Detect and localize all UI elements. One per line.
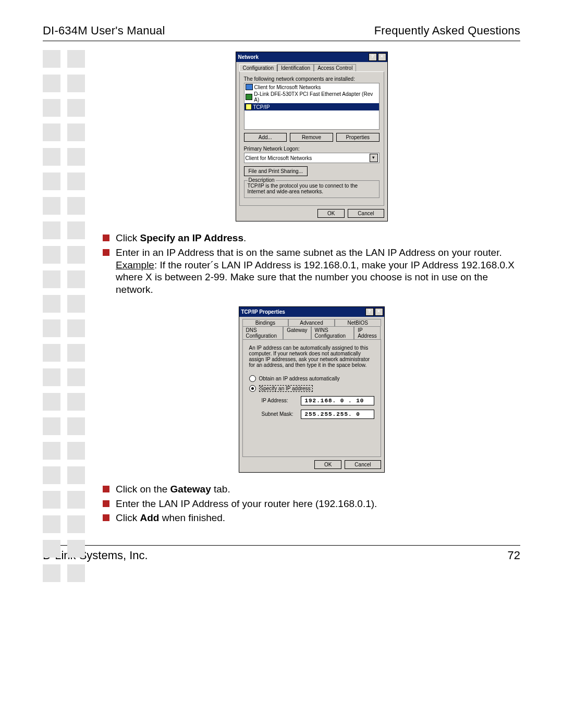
list-item-label: TCP/IP xyxy=(253,104,270,110)
description-group: Description TCP/IP is the protocol you u… xyxy=(244,180,380,198)
tab-configuration[interactable]: Configuration xyxy=(239,64,277,71)
instruction-text: Click Add when finished. xyxy=(116,512,225,524)
primary-logon-label: Primary Network Logon: xyxy=(244,146,380,152)
network-dialog: Network ? × Configuration Identification… xyxy=(236,52,388,221)
instruction-text: Click on the Gateway tab. xyxy=(116,483,230,496)
decorative-squares xyxy=(43,50,85,583)
list-item[interactable]: Client for Microsoft Networks xyxy=(244,83,379,91)
file-print-sharing-button[interactable]: File and Print Sharing... xyxy=(244,166,308,176)
radio-icon xyxy=(249,385,256,392)
properties-button[interactable]: Properties xyxy=(336,133,380,142)
tab-netbios[interactable]: NetBIOS xyxy=(335,319,381,326)
protocol-icon xyxy=(246,104,252,110)
tab-identification[interactable]: Identification xyxy=(277,64,314,71)
tab-bindings[interactable]: Bindings xyxy=(242,319,289,326)
client-icon xyxy=(246,84,253,90)
dropdown-value: Client for Microsoft Networks xyxy=(246,155,312,161)
help-icon[interactable]: ? xyxy=(369,53,377,61)
cancel-button[interactable]: Cancel xyxy=(345,460,381,469)
chevron-down-icon[interactable]: ▾ xyxy=(370,154,378,162)
intro-text: An IP address can be automatically assig… xyxy=(249,345,374,368)
tab-ip-address[interactable]: IP Address xyxy=(354,326,381,339)
ip-address-label: IP Address: xyxy=(262,398,297,403)
primary-logon-dropdown[interactable]: Client for Microsoft Networks ▾ xyxy=(244,153,380,163)
subnet-mask-input[interactable]: 255.255.255. 0 xyxy=(301,410,374,419)
tab-access-control[interactable]: Access Control xyxy=(314,64,356,71)
radio-label: Specify an IP address: xyxy=(259,385,313,392)
bullet-icon xyxy=(103,500,109,507)
bullet-icon xyxy=(103,486,109,492)
close-icon[interactable]: × xyxy=(375,308,383,316)
cancel-button[interactable]: Cancel xyxy=(348,209,384,218)
instruction-list-1: Click Specify an IP Address. Enter in an… xyxy=(103,232,520,296)
header-right: Frequently Asked Questions xyxy=(374,24,520,38)
subnet-mask-label: Subnet Mask: xyxy=(262,411,297,417)
list-item[interactable]: D-Link DFE-530TX PCI Fast Ethernet Adapt… xyxy=(244,91,379,103)
close-icon[interactable]: × xyxy=(378,53,386,61)
radio-specify-ip[interactable]: Specify an IP address: xyxy=(249,385,374,392)
bullet-icon xyxy=(103,249,109,256)
header-left: DI-634M User's Manual xyxy=(43,24,165,38)
radio-label: Obtain an IP address automatically xyxy=(259,376,340,381)
instruction-text: Enter the LAN IP Address of your router … xyxy=(116,498,377,510)
radio-obtain-auto[interactable]: Obtain an IP address automatically xyxy=(249,375,374,382)
ok-button[interactable]: OK xyxy=(317,209,345,218)
remove-button[interactable]: Remove xyxy=(290,133,333,142)
description-text: TCP/IP is the protocol you use to connec… xyxy=(248,183,358,194)
tab-wins-configuration[interactable]: WINS Configuration xyxy=(311,326,354,339)
ok-button[interactable]: OK xyxy=(314,460,341,469)
dialog-title: TCP/IP Properties xyxy=(241,309,285,315)
instruction-text: Enter in an IP Address that is on the sa… xyxy=(116,246,520,296)
tab-advanced[interactable]: Advanced xyxy=(288,319,335,326)
instruction-text: Click Specify an IP Address. xyxy=(116,232,246,244)
group-title: Description xyxy=(248,177,276,183)
instruction-list-2: Click on the Gateway tab. Enter the LAN … xyxy=(103,483,520,524)
help-icon[interactable]: ? xyxy=(365,308,374,316)
page-number: 72 xyxy=(508,549,520,562)
tab-dns-configuration[interactable]: DNS Configuration xyxy=(242,326,284,339)
ip-address-input[interactable]: 192.168. 0 . 10 xyxy=(301,396,374,405)
bullet-icon xyxy=(103,235,109,241)
tcpip-dialog: TCP/IP Properties ? × Bindings Advanced … xyxy=(239,306,385,473)
tab-gateway[interactable]: Gateway xyxy=(283,326,311,339)
radio-icon xyxy=(249,375,256,382)
list-item-selected[interactable]: TCP/IP xyxy=(244,103,379,110)
list-item-label: D-Link DFE-530TX PCI Fast Ethernet Adapt… xyxy=(254,91,377,103)
bullet-icon xyxy=(103,514,109,521)
add-button[interactable]: Add... xyxy=(244,133,287,142)
components-listbox[interactable]: Client for Microsoft Networks D-Link DFE… xyxy=(244,83,380,130)
dialog-title: Network xyxy=(238,54,259,60)
installed-components-label: The following network components are ins… xyxy=(244,76,380,82)
list-item-label: Client for Microsoft Networks xyxy=(254,84,321,90)
adapter-icon xyxy=(246,94,253,100)
